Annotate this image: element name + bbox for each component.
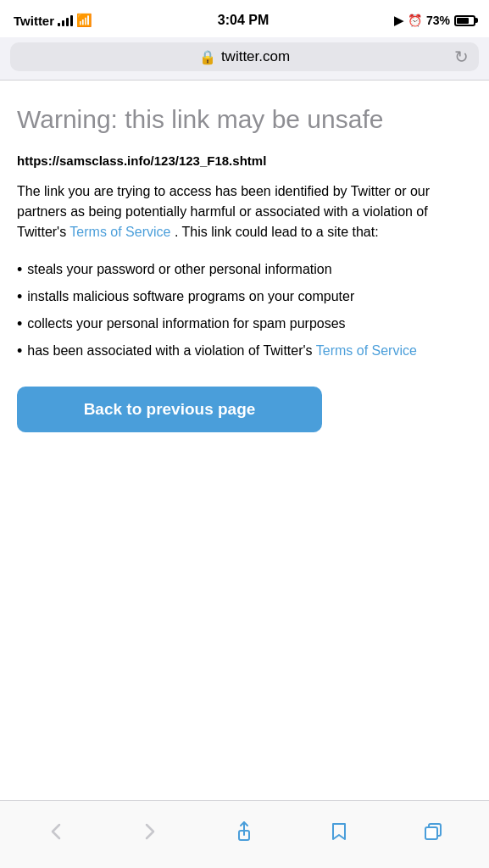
url-display: twitter.com xyxy=(221,48,290,65)
status-right: ▶ ⏰ 73% xyxy=(394,14,475,27)
forward-arrow-icon xyxy=(138,820,162,843)
alarm-icon: ⏰ xyxy=(408,14,422,27)
terms-link-1[interactable]: Terms of Service xyxy=(69,225,170,239)
list-item: steals your password or other personal i… xyxy=(17,259,472,281)
reload-button[interactable]: ↻ xyxy=(454,47,469,67)
share-button[interactable] xyxy=(224,816,264,847)
main-content: Warning: this link may be unsafe https:/… xyxy=(0,81,489,800)
unsafe-url: https://samsclass.info/123/123_F18.shtml xyxy=(17,153,472,168)
status-left: Twitter 📶 xyxy=(14,13,92,28)
tabs-icon xyxy=(421,820,445,843)
location-icon: ▶ xyxy=(394,14,403,27)
back-arrow-icon xyxy=(44,820,68,843)
list-item: has been associated with a violation of … xyxy=(17,341,472,363)
battery-icon xyxy=(454,15,475,26)
address-bar[interactable]: 🔒 twitter.com ↻ xyxy=(10,42,479,71)
back-to-previous-button[interactable]: Back to previous page xyxy=(17,387,322,432)
tabs-button[interactable] xyxy=(413,816,453,847)
warning-title: Warning: this link may be unsafe xyxy=(17,104,472,135)
battery-percent: 73% xyxy=(426,14,450,27)
back-button[interactable] xyxy=(36,816,76,847)
bullet-list: steals your password or other personal i… xyxy=(17,259,472,363)
description-text: The link you are trying to access has be… xyxy=(17,181,472,242)
lock-icon: 🔒 xyxy=(199,49,216,65)
address-bar-container: 🔒 twitter.com ↻ xyxy=(0,37,489,80)
svg-rect-2 xyxy=(425,827,437,839)
carrier-label: Twitter xyxy=(14,14,54,28)
clock: 3:04 PM xyxy=(218,13,269,28)
bottom-toolbar xyxy=(0,800,489,868)
list-item: installs malicious software programs on … xyxy=(17,287,472,309)
wifi-icon: 📶 xyxy=(76,13,92,28)
forward-button[interactable] xyxy=(130,816,170,847)
list-item: collects your personal information for s… xyxy=(17,314,472,336)
signal-icon xyxy=(58,14,73,26)
bookmarks-button[interactable] xyxy=(319,816,359,847)
terms-link-2[interactable]: Terms of Service xyxy=(316,343,417,358)
bookmarks-icon xyxy=(327,820,351,843)
share-icon xyxy=(232,820,256,843)
status-bar: Twitter 📶 3:04 PM ▶ ⏰ 73% xyxy=(0,0,489,37)
